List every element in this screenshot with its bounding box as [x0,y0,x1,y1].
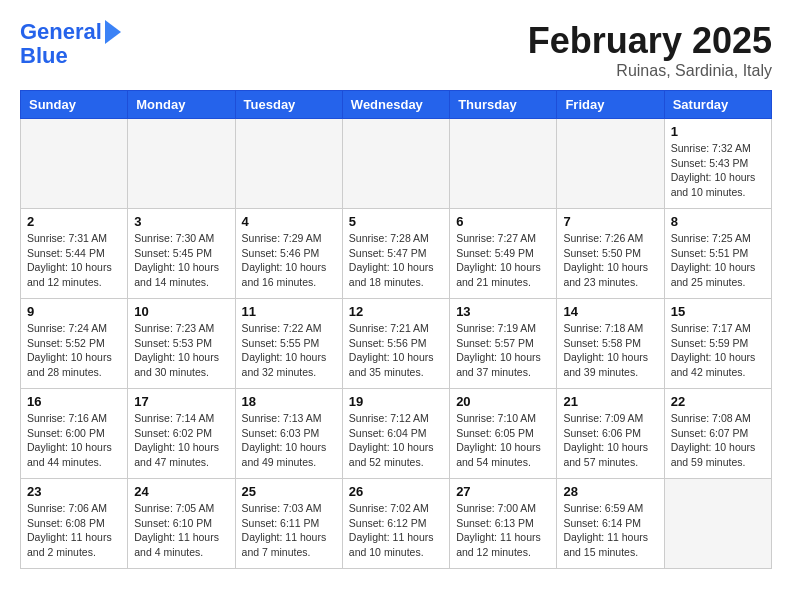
day-cell: 28Sunrise: 6:59 AM Sunset: 6:14 PM Dayli… [557,479,664,569]
day-header-friday: Friday [557,91,664,119]
day-cell: 10Sunrise: 7:23 AM Sunset: 5:53 PM Dayli… [128,299,235,389]
day-cell: 6Sunrise: 7:27 AM Sunset: 5:49 PM Daylig… [450,209,557,299]
day-info: Sunrise: 7:18 AM Sunset: 5:58 PM Dayligh… [563,321,657,380]
day-info: Sunrise: 7:06 AM Sunset: 6:08 PM Dayligh… [27,501,121,560]
calendar-table: SundayMondayTuesdayWednesdayThursdayFrid… [20,90,772,569]
day-cell [557,119,664,209]
day-info: Sunrise: 7:26 AM Sunset: 5:50 PM Dayligh… [563,231,657,290]
day-number: 25 [242,484,336,499]
day-cell: 17Sunrise: 7:14 AM Sunset: 6:02 PM Dayli… [128,389,235,479]
day-cell: 20Sunrise: 7:10 AM Sunset: 6:05 PM Dayli… [450,389,557,479]
day-number: 3 [134,214,228,229]
week-row-1: 1Sunrise: 7:32 AM Sunset: 5:43 PM Daylig… [21,119,772,209]
day-info: Sunrise: 7:13 AM Sunset: 6:03 PM Dayligh… [242,411,336,470]
day-number: 12 [349,304,443,319]
day-cell: 13Sunrise: 7:19 AM Sunset: 5:57 PM Dayli… [450,299,557,389]
day-info: Sunrise: 7:27 AM Sunset: 5:49 PM Dayligh… [456,231,550,290]
day-info: Sunrise: 7:08 AM Sunset: 6:07 PM Dayligh… [671,411,765,470]
day-info: Sunrise: 7:02 AM Sunset: 6:12 PM Dayligh… [349,501,443,560]
day-cell: 5Sunrise: 7:28 AM Sunset: 5:47 PM Daylig… [342,209,449,299]
day-number: 9 [27,304,121,319]
day-info: Sunrise: 7:19 AM Sunset: 5:57 PM Dayligh… [456,321,550,380]
day-info: Sunrise: 7:05 AM Sunset: 6:10 PM Dayligh… [134,501,228,560]
month-title: February 2025 [528,20,772,62]
day-header-thursday: Thursday [450,91,557,119]
day-info: Sunrise: 7:10 AM Sunset: 6:05 PM Dayligh… [456,411,550,470]
day-number: 14 [563,304,657,319]
day-number: 10 [134,304,228,319]
day-cell [450,119,557,209]
day-cell: 26Sunrise: 7:02 AM Sunset: 6:12 PM Dayli… [342,479,449,569]
day-number: 13 [456,304,550,319]
day-info: Sunrise: 7:23 AM Sunset: 5:53 PM Dayligh… [134,321,228,380]
day-number: 16 [27,394,121,409]
day-cell: 16Sunrise: 7:16 AM Sunset: 6:00 PM Dayli… [21,389,128,479]
day-cell: 14Sunrise: 7:18 AM Sunset: 5:58 PM Dayli… [557,299,664,389]
day-cell [664,479,771,569]
day-info: Sunrise: 6:59 AM Sunset: 6:14 PM Dayligh… [563,501,657,560]
day-cell: 3Sunrise: 7:30 AM Sunset: 5:45 PM Daylig… [128,209,235,299]
day-info: Sunrise: 7:32 AM Sunset: 5:43 PM Dayligh… [671,141,765,200]
day-number: 17 [134,394,228,409]
day-info: Sunrise: 7:25 AM Sunset: 5:51 PM Dayligh… [671,231,765,290]
calendar-body: 1Sunrise: 7:32 AM Sunset: 5:43 PM Daylig… [21,119,772,569]
day-info: Sunrise: 7:14 AM Sunset: 6:02 PM Dayligh… [134,411,228,470]
day-info: Sunrise: 7:03 AM Sunset: 6:11 PM Dayligh… [242,501,336,560]
title-block: February 2025 Ruinas, Sardinia, Italy [528,20,772,80]
day-info: Sunrise: 7:00 AM Sunset: 6:13 PM Dayligh… [456,501,550,560]
day-cell [21,119,128,209]
day-info: Sunrise: 7:24 AM Sunset: 5:52 PM Dayligh… [27,321,121,380]
day-number: 19 [349,394,443,409]
calendar-header: SundayMondayTuesdayWednesdayThursdayFrid… [21,91,772,119]
day-cell: 8Sunrise: 7:25 AM Sunset: 5:51 PM Daylig… [664,209,771,299]
day-number: 27 [456,484,550,499]
day-number: 4 [242,214,336,229]
day-info: Sunrise: 7:29 AM Sunset: 5:46 PM Dayligh… [242,231,336,290]
day-cell: 18Sunrise: 7:13 AM Sunset: 6:03 PM Dayli… [235,389,342,479]
day-cell: 21Sunrise: 7:09 AM Sunset: 6:06 PM Dayli… [557,389,664,479]
day-cell: 2Sunrise: 7:31 AM Sunset: 5:44 PM Daylig… [21,209,128,299]
location: Ruinas, Sardinia, Italy [528,62,772,80]
week-row-2: 2Sunrise: 7:31 AM Sunset: 5:44 PM Daylig… [21,209,772,299]
day-header-tuesday: Tuesday [235,91,342,119]
week-row-3: 9Sunrise: 7:24 AM Sunset: 5:52 PM Daylig… [21,299,772,389]
day-info: Sunrise: 7:30 AM Sunset: 5:45 PM Dayligh… [134,231,228,290]
day-number: 5 [349,214,443,229]
day-info: Sunrise: 7:21 AM Sunset: 5:56 PM Dayligh… [349,321,443,380]
day-header-wednesday: Wednesday [342,91,449,119]
week-row-4: 16Sunrise: 7:16 AM Sunset: 6:00 PM Dayli… [21,389,772,479]
day-info: Sunrise: 7:31 AM Sunset: 5:44 PM Dayligh… [27,231,121,290]
day-header-saturday: Saturday [664,91,771,119]
day-cell [128,119,235,209]
day-cell: 12Sunrise: 7:21 AM Sunset: 5:56 PM Dayli… [342,299,449,389]
day-info: Sunrise: 7:22 AM Sunset: 5:55 PM Dayligh… [242,321,336,380]
day-number: 8 [671,214,765,229]
week-row-5: 23Sunrise: 7:06 AM Sunset: 6:08 PM Dayli… [21,479,772,569]
logo-text: General [20,20,102,44]
day-number: 2 [27,214,121,229]
day-number: 15 [671,304,765,319]
day-number: 11 [242,304,336,319]
day-header-sunday: Sunday [21,91,128,119]
day-number: 28 [563,484,657,499]
day-number: 1 [671,124,765,139]
day-number: 22 [671,394,765,409]
day-info: Sunrise: 7:09 AM Sunset: 6:06 PM Dayligh… [563,411,657,470]
day-info: Sunrise: 7:12 AM Sunset: 6:04 PM Dayligh… [349,411,443,470]
day-number: 6 [456,214,550,229]
day-header-monday: Monday [128,91,235,119]
day-info: Sunrise: 7:17 AM Sunset: 5:59 PM Dayligh… [671,321,765,380]
day-cell [235,119,342,209]
logo-blue: Blue [20,44,121,68]
page-header: General Blue February 2025 Ruinas, Sardi… [20,20,772,80]
day-cell: 24Sunrise: 7:05 AM Sunset: 6:10 PM Dayli… [128,479,235,569]
day-number: 18 [242,394,336,409]
day-cell: 25Sunrise: 7:03 AM Sunset: 6:11 PM Dayli… [235,479,342,569]
day-number: 7 [563,214,657,229]
day-cell: 27Sunrise: 7:00 AM Sunset: 6:13 PM Dayli… [450,479,557,569]
day-cell: 15Sunrise: 7:17 AM Sunset: 5:59 PM Dayli… [664,299,771,389]
day-cell: 19Sunrise: 7:12 AM Sunset: 6:04 PM Dayli… [342,389,449,479]
day-number: 21 [563,394,657,409]
day-cell: 1Sunrise: 7:32 AM Sunset: 5:43 PM Daylig… [664,119,771,209]
day-number: 26 [349,484,443,499]
